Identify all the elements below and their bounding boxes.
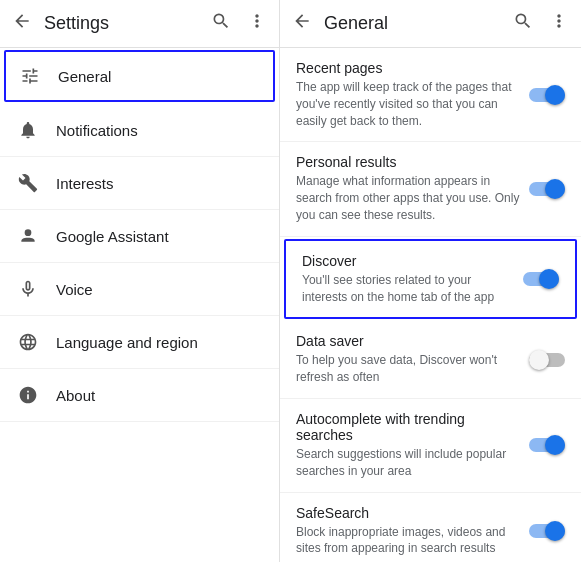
info-icon xyxy=(16,383,40,407)
personal-results-toggle-thumb xyxy=(545,179,565,199)
safesearch-text: SafeSearch Block inappropriate images, v… xyxy=(296,505,521,558)
sidebar-item-label-voice: Voice xyxy=(56,281,93,298)
right-header-icons xyxy=(513,11,569,36)
data-saver-text: Data saver To help you save data, Discov… xyxy=(296,333,521,386)
left-search-icon[interactable] xyxy=(211,11,231,36)
sidebar-item-notifications[interactable]: Notifications xyxy=(0,104,279,157)
right-search-icon[interactable] xyxy=(513,11,533,36)
discover-toggle-thumb xyxy=(539,269,559,289)
sidebar-item-label-notifications: Notifications xyxy=(56,122,138,139)
safesearch-toggle[interactable] xyxy=(529,521,565,541)
sidebar-item-interests[interactable]: Interests xyxy=(0,157,279,210)
sidebar-item-label-general: General xyxy=(58,68,111,85)
right-more-icon[interactable] xyxy=(549,11,569,36)
sidebar-item-language-region[interactable]: Language and region xyxy=(0,316,279,369)
sidebar-item-label-language-region: Language and region xyxy=(56,334,198,351)
left-panel: Settings General Notifications Interests xyxy=(0,0,280,562)
sidebar-item-about[interactable]: About xyxy=(0,369,279,422)
sidebar-item-google-assistant[interactable]: Google Assistant xyxy=(0,210,279,263)
discover-title: Discover xyxy=(302,253,515,269)
personal-results-toggle[interactable] xyxy=(529,179,565,199)
personal-results-desc: Manage what information appears in searc… xyxy=(296,173,521,223)
recent-pages-desc: The app will keep track of the pages tha… xyxy=(296,79,521,129)
right-panel: General Recent pages The app will keep t… xyxy=(280,0,581,562)
recent-pages-toggle-thumb xyxy=(545,85,565,105)
settings-item-data-saver[interactable]: Data saver To help you save data, Discov… xyxy=(280,321,581,399)
personal-results-text: Personal results Manage what information… xyxy=(296,154,521,223)
globe-icon xyxy=(16,330,40,354)
mic-icon xyxy=(16,277,40,301)
discover-text: Discover You'll see stories related to y… xyxy=(302,253,515,306)
autocomplete-toggle-thumb xyxy=(545,435,565,455)
left-back-icon[interactable] xyxy=(12,11,32,36)
safesearch-toggle-thumb xyxy=(545,521,565,541)
sidebar-item-label-google-assistant: Google Assistant xyxy=(56,228,169,245)
left-header-icons xyxy=(211,11,267,36)
left-header: Settings xyxy=(0,0,279,48)
wrench-icon xyxy=(16,171,40,195)
sidebar-item-label-about: About xyxy=(56,387,95,404)
sidebar-item-label-interests: Interests xyxy=(56,175,114,192)
sidebar-item-voice[interactable]: Voice xyxy=(0,263,279,316)
autocomplete-toggle[interactable] xyxy=(529,435,565,455)
settings-item-autocomplete[interactable]: Autocomplete with trending searches Sear… xyxy=(280,399,581,493)
settings-item-discover[interactable]: Discover You'll see stories related to y… xyxy=(284,239,577,320)
data-saver-toggle-thumb xyxy=(529,350,549,370)
recent-pages-title: Recent pages xyxy=(296,60,521,76)
assistant-icon xyxy=(16,224,40,248)
safesearch-title: SafeSearch xyxy=(296,505,521,521)
sliders-icon xyxy=(18,64,42,88)
data-saver-desc: To help you save data, Discover won't re… xyxy=(296,352,521,386)
autocomplete-desc: Search suggestions will include popular … xyxy=(296,446,521,480)
settings-item-safesearch[interactable]: SafeSearch Block inappropriate images, v… xyxy=(280,493,581,562)
right-panel-title: General xyxy=(324,13,513,34)
data-saver-toggle[interactable] xyxy=(529,350,565,370)
settings-list: Recent pages The app will keep track of … xyxy=(280,48,581,562)
recent-pages-text: Recent pages The app will keep track of … xyxy=(296,60,521,129)
settings-item-recent-pages[interactable]: Recent pages The app will keep track of … xyxy=(280,48,581,142)
personal-results-title: Personal results xyxy=(296,154,521,170)
left-more-icon[interactable] xyxy=(247,11,267,36)
right-header: General xyxy=(280,0,581,48)
autocomplete-title: Autocomplete with trending searches xyxy=(296,411,521,443)
safesearch-desc: Block inappropriate images, videos and s… xyxy=(296,524,521,558)
autocomplete-text: Autocomplete with trending searches Sear… xyxy=(296,411,521,480)
sidebar-item-general[interactable]: General xyxy=(4,50,275,102)
recent-pages-toggle[interactable] xyxy=(529,85,565,105)
settings-item-personal-results[interactable]: Personal results Manage what information… xyxy=(280,142,581,236)
data-saver-title: Data saver xyxy=(296,333,521,349)
discover-toggle[interactable] xyxy=(523,269,559,289)
left-panel-title: Settings xyxy=(44,13,211,34)
bell-icon xyxy=(16,118,40,142)
right-back-icon[interactable] xyxy=(292,11,312,36)
svg-point-0 xyxy=(25,229,32,236)
discover-desc: You'll see stories related to your inter… xyxy=(302,272,515,306)
